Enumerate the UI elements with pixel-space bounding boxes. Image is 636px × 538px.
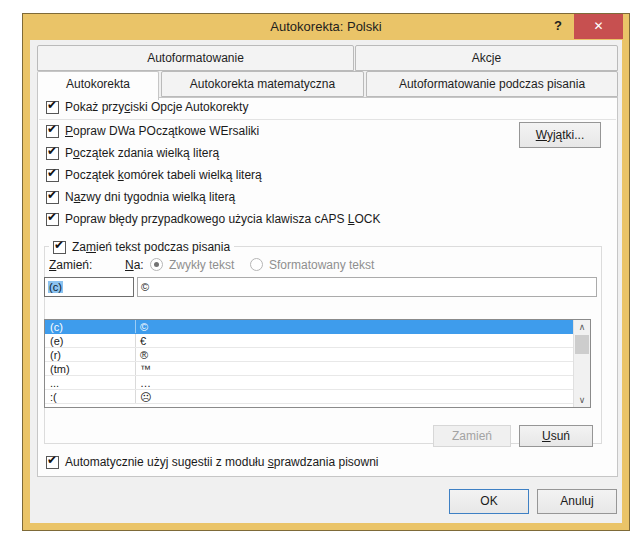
checkbox-box[interactable]: ✔: [46, 101, 59, 114]
list-cell-from: (c): [45, 320, 135, 333]
tab-autokorekta-active[interactable]: Autokorekta: [37, 71, 159, 100]
close-icon: ✕: [593, 19, 603, 33]
replacements-list[interactable]: (c)© (e)€ (r)® (tm)™ ...… :(☹ ∧ ∨: [44, 319, 591, 408]
radio-plain-text[interactable]: [150, 258, 163, 271]
delete-button[interactable]: Usuń: [519, 425, 593, 447]
checkbox-box[interactable]: ✔: [46, 191, 59, 204]
list-cell-from: :(: [45, 390, 135, 403]
scroll-down-icon[interactable]: ∨: [574, 393, 590, 407]
cancel-button[interactable]: Anuluj: [537, 489, 617, 514]
button-label: suń: [551, 429, 570, 443]
checkbox-box[interactable]: ✔: [53, 241, 66, 254]
mnemonic: m: [86, 240, 96, 254]
check-icon: ✔: [47, 188, 57, 202]
checkbox-box[interactable]: ✔: [46, 456, 59, 469]
list-item[interactable]: (e)€: [45, 334, 573, 348]
label-text: ień tekst podczas pisania: [96, 240, 230, 254]
checkbox-label: Zamień tekst podczas pisania: [72, 240, 230, 254]
tab-autoformatowanie-podczas-pisania[interactable]: Autoformatowanie podczas pisania: [366, 71, 618, 97]
mnemonic: o: [73, 146, 80, 160]
list-item[interactable]: ...…: [45, 376, 573, 390]
dialog-body: Autoformatowanie Akcje Autokorekta Autok…: [30, 40, 622, 523]
list-cell-to: ™: [135, 362, 573, 375]
checkbox-use-spelling-suggestions[interactable]: ✔ Automatycznie użyj sugestii z modułu s…: [46, 454, 379, 470]
label-text: opraw DWa POczątkowe WErsaliki: [73, 124, 259, 138]
tab-akcje[interactable]: Akcje: [355, 45, 618, 71]
mnemonic: U: [542, 429, 551, 443]
check-icon: ✔: [47, 210, 57, 224]
radio-formatted-text[interactable]: [250, 258, 263, 271]
label-text: Za: [72, 240, 86, 254]
label-text: prawdzania pisowni: [274, 455, 379, 469]
replace-input[interactable]: (c): [44, 277, 134, 297]
checkbox-box[interactable]: ✔: [46, 147, 59, 160]
checkbox-capitalize-table-cells[interactable]: ✔ Początek komórek tabeli wielką literą: [46, 167, 262, 183]
checkbox-label: Początek komórek tabeli wielką literą: [65, 168, 262, 182]
check-icon: ✔: [47, 144, 57, 158]
tab-page-autokorekta: ✔ Pokaż przyciski Opcje Autokorekty ✔ Po…: [37, 97, 618, 477]
checkbox-capitalize-day-names[interactable]: ✔ Nazwy dni tygodnia wielką literą: [46, 189, 235, 205]
label-text: Popraw błędy przypadkowego użycia klawis…: [65, 212, 348, 226]
mnemonic: L: [348, 212, 355, 226]
label-text: Automatycznie użyj sugestii z modułu: [65, 455, 268, 469]
checkbox-correct-caps-lock[interactable]: ✔ Popraw błędy przypadkowego użycia klaw…: [46, 211, 381, 227]
exceptions-button[interactable]: Wyjątki...: [519, 122, 601, 148]
radio-formatted-text-label: Sformatowany tekst: [269, 258, 374, 272]
checkbox-label: Pokaż przyciski Opcje Autokorekty: [65, 100, 248, 114]
check-icon: ✔: [54, 238, 64, 252]
label-text: OCK: [355, 212, 381, 226]
mnemonic: N: [125, 258, 134, 272]
replace-input-value: (c): [48, 281, 63, 293]
section-divider: [39, 119, 616, 120]
with-input[interactable]: ©: [137, 277, 597, 297]
scrollbar-thumb[interactable]: [575, 335, 589, 354]
dialog-title: Autokorekta: Polski: [23, 19, 629, 34]
list-cell-to: €: [135, 334, 573, 347]
help-button[interactable]: ?: [549, 18, 567, 36]
list-item[interactable]: :(☹: [45, 390, 573, 404]
replace-button-disabled[interactable]: Zamień: [433, 425, 511, 447]
check-icon: ✔: [47, 166, 57, 180]
close-button[interactable]: ✕: [574, 14, 623, 39]
label-text: amień:: [56, 258, 92, 272]
ok-button[interactable]: OK: [449, 489, 529, 514]
checkbox-label: Popraw DWa POczątkowe WErsaliki: [65, 124, 259, 138]
radio-plain-text-label: Zwykły tekst: [169, 258, 234, 272]
list-cell-to: ®: [135, 348, 573, 361]
replace-label: Zamień:: [49, 258, 92, 272]
check-icon: ✔: [47, 122, 57, 136]
list-item-selected[interactable]: (c)©: [45, 320, 573, 334]
label-text: N: [65, 190, 74, 204]
list-cell-to: ©: [135, 320, 573, 333]
list-cell-to: ☹: [135, 390, 573, 403]
label-text: P: [65, 146, 73, 160]
with-label: Na:: [125, 258, 144, 272]
checkbox-label: Automatycznie użyj sugestii z modułu spr…: [65, 455, 379, 469]
checkbox-box[interactable]: ✔: [46, 213, 59, 226]
scroll-up-icon[interactable]: ∧: [574, 320, 590, 334]
list-item[interactable]: (r)®: [45, 348, 573, 362]
tab-autokorekta-matematyczna[interactable]: Autokorekta matematyczna: [161, 71, 364, 97]
list-cell-from: (r): [45, 348, 135, 361]
mnemonic: P: [65, 124, 73, 138]
checkbox-box[interactable]: ✔: [46, 125, 59, 138]
label-text: iski Opcje Autokorekty: [130, 100, 248, 114]
checkbox-box[interactable]: ✔: [46, 169, 59, 182]
list-item[interactable]: (tm)™: [45, 362, 573, 376]
scrollbar[interactable]: ∧ ∨: [573, 320, 590, 407]
label-text: zwy dni tygodnia wielką literą: [80, 190, 235, 204]
mnemonic: W: [536, 128, 547, 142]
titlebar[interactable]: Autokorekta: Polski ? ✕: [23, 14, 629, 40]
list-cell-to: …: [135, 376, 573, 389]
checkbox-show-autocorrect-options[interactable]: ✔ Pokaż przyciski Opcje Autokorekty: [46, 99, 248, 115]
tab-autoformatowanie[interactable]: Autoformatowanie: [37, 45, 354, 71]
label-text: Pokaż przy: [65, 100, 124, 114]
checkbox-capitalize-sentences[interactable]: ✔ Początek zdania wielką literą: [46, 145, 219, 161]
checkbox-correct-two-initial-capitals[interactable]: ✔ Popraw DWa POczątkowe WErsaliki: [46, 123, 259, 139]
label-text: Początek: [65, 168, 118, 182]
checkbox-replace-text-as-you-type[interactable]: ✔ Zamień tekst podczas pisania: [49, 239, 234, 255]
list-cell-from: ...: [45, 376, 135, 389]
list-cell-from: (tm): [45, 362, 135, 375]
button-label: yjątki...: [547, 128, 584, 142]
list-cell-from: (e): [45, 334, 135, 347]
